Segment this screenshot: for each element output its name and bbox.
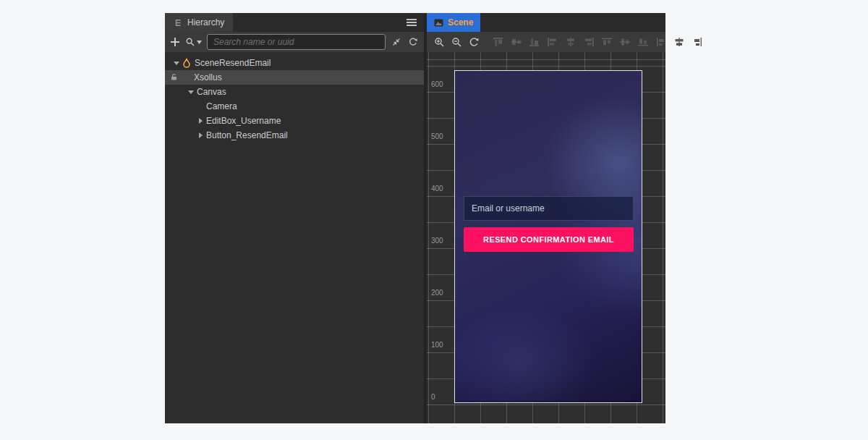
scene-image-icon: [434, 19, 443, 27]
tree-item-button-resendemail[interactable]: Button_ResendEmail: [165, 128, 424, 143]
tree-item-xsollus[interactable]: Xsollus: [165, 70, 424, 85]
tab-scene[interactable]: Scene: [427, 13, 480, 32]
distribute-top-icon[interactable]: [601, 37, 613, 47]
collapse-all-icon[interactable]: [391, 36, 402, 48]
zoom-out-icon[interactable]: [451, 37, 462, 48]
tab-hierarchy-label: Hierarchy: [187, 17, 224, 28]
resend-email-button-label: RESEND CONFIRMATION EMAIL: [483, 235, 614, 244]
editor-window: Hierarchy: [0, 0, 868, 440]
ruler-label: 300: [431, 237, 443, 245]
align-right-icon[interactable]: [583, 37, 595, 47]
scene-flame-icon: [182, 58, 191, 68]
resend-email-button-node[interactable]: RESEND CONFIRMATION EMAIL: [464, 227, 634, 252]
hierarchy-tab-bar: Hierarchy: [165, 13, 424, 32]
unlock-icon[interactable]: [170, 73, 178, 81]
scene-tab-bar: Scene: [427, 13, 665, 32]
tree-item-editbox-username[interactable]: EditBox_Username: [165, 114, 424, 128]
expand-arrow-icon[interactable]: [185, 86, 197, 98]
search-filter-dropdown[interactable]: [185, 37, 202, 47]
align-bottom-icon[interactable]: [529, 37, 540, 47]
ruler-label: 500: [431, 132, 443, 140]
distribute-left-icon[interactable]: [655, 37, 667, 47]
tree-item-label: Canvas: [197, 87, 226, 97]
tree-item-canvas[interactable]: Canvas: [165, 85, 424, 99]
distribute-right-icon[interactable]: [692, 37, 703, 47]
distribute-v-center-icon[interactable]: [619, 37, 631, 47]
ruler-label: 400: [431, 185, 443, 192]
tree-item-label: EditBox_Username: [206, 116, 281, 126]
refresh-icon[interactable]: [407, 36, 419, 48]
username-placeholder-text: Email or username: [472, 203, 545, 213]
tree-item-label: Button_ResendEmail: [206, 130, 288, 140]
align-top-icon[interactable]: [493, 37, 504, 47]
collapsed-arrow-icon[interactable]: [195, 115, 206, 127]
hierarchy-tree: SceneResendEmail Xsollus Canvas: [165, 52, 424, 423]
zoom-in-icon[interactable]: [434, 37, 445, 48]
expand-arrow-icon[interactable]: [171, 57, 182, 69]
align-h-center-icon[interactable]: [565, 37, 576, 47]
tree-item-sceneresendemail[interactable]: SceneResendEmail: [165, 56, 424, 70]
ruler-label: 0: [431, 393, 435, 401]
editor-app: Hierarchy: [165, 13, 665, 423]
ruler-label: 100: [431, 341, 443, 349]
align-left-icon[interactable]: [547, 37, 558, 47]
tab-scene-label: Scene: [448, 17, 473, 28]
scene-panel: Scene: [427, 13, 665, 423]
tree-item-label: Camera: [206, 101, 237, 111]
chevron-down-icon: [197, 41, 202, 44]
search-box: [207, 34, 386, 50]
tree-item-camera[interactable]: Camera: [165, 99, 424, 114]
tree-item-label: SceneResendEmail: [195, 58, 271, 68]
hamburger-menu-icon[interactable]: [407, 19, 417, 26]
collapsed-arrow-icon[interactable]: [195, 130, 206, 141]
ruler-label: 600: [431, 80, 443, 88]
reset-view-icon[interactable]: [469, 37, 480, 48]
hierarchy-panel: Hierarchy: [165, 13, 424, 423]
editbox-username-node[interactable]: Email or username: [464, 196, 634, 221]
hierarchy-toolbar: [165, 32, 424, 52]
design-canvas[interactable]: Email or username RESEND CONFIRMATION EM…: [454, 70, 642, 403]
search-input[interactable]: [213, 37, 379, 47]
align-v-center-icon[interactable]: [511, 37, 522, 47]
scene-toolbar: [427, 32, 665, 52]
distribute-h-center-icon[interactable]: [673, 37, 685, 47]
scene-viewport[interactable]: 600 500 400 300 200 100 0 Email or usern…: [427, 52, 665, 423]
distribute-bottom-icon[interactable]: [637, 37, 649, 47]
add-node-button[interactable]: [170, 37, 180, 47]
ruler-label: 200: [431, 289, 443, 297]
magnifier-icon: [185, 37, 195, 47]
tree-item-label: Xsollus: [194, 72, 222, 82]
tab-hierarchy[interactable]: Hierarchy: [165, 13, 233, 32]
hierarchy-tree-icon: [174, 18, 183, 28]
